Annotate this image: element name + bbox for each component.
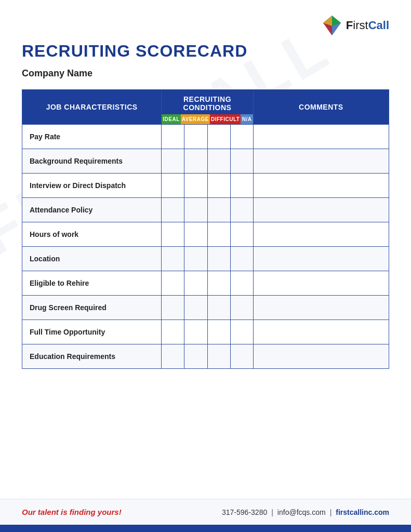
td-recruiting [162,247,254,271]
page: FIRSTCALL FirstCall RECRUITING SCORECARD [0,0,411,532]
rec-cell-difficult[interactable] [207,222,230,246]
rec-cell-difficult[interactable] [207,149,230,173]
rec-cell-na[interactable] [230,344,253,368]
td-recruiting [162,320,254,344]
recruiting-sub-headers: Ideal Average Difficult N/A [162,114,253,124]
rec-cell-ideal[interactable] [162,174,184,197]
footer-bottom-bar [0,525,411,532]
recruiting-cells [162,296,253,320]
rec-cell-average[interactable] [184,222,207,246]
rec-cell-difficult[interactable] [207,344,230,368]
recruiting-cells [162,149,253,173]
td-recruiting [162,344,254,369]
td-comments[interactable] [253,320,389,344]
scorecard-table: JOB CHARACTERISTICS RECRUITING CONDITION… [22,89,389,369]
rec-cell-average[interactable] [184,296,207,320]
rec-cell-na[interactable] [230,320,253,344]
rec-cell-average[interactable] [184,247,207,271]
table-body: Pay RateBackground RequirementsInterview… [22,125,389,369]
rec-cell-ideal[interactable] [162,247,184,271]
td-comments[interactable] [253,125,389,149]
recruiting-cells [162,174,253,197]
rec-cell-ideal[interactable] [162,125,184,149]
rec-cell-difficult[interactable] [207,198,230,222]
rec-cell-na[interactable] [230,247,253,271]
td-recruiting [162,125,254,149]
rec-cell-average[interactable] [184,344,207,368]
footer: Our talent is finding yours! 317-596-328… [0,499,411,525]
table-row: Full Time Opportunity [22,320,389,344]
table-row: Education Requirements [22,344,389,369]
recruiting-header-label: RECRUITING CONDITIONS [162,90,253,114]
td-comments[interactable] [253,222,389,247]
rec-cell-difficult[interactable] [207,247,230,271]
rec-cell-ideal[interactable] [162,149,184,173]
td-recruiting [162,198,254,222]
rec-cell-na[interactable] [230,198,253,222]
td-comments[interactable] [253,174,389,198]
td-characteristic: Eligible to Rehire [22,271,162,296]
rec-cell-difficult[interactable] [207,320,230,344]
rec-cell-na[interactable] [230,222,253,246]
rec-cell-average[interactable] [184,198,207,222]
rec-cell-ideal[interactable] [162,198,184,222]
rec-cell-na[interactable] [230,125,253,149]
logo-text: FirstCall [346,19,389,32]
sub-header-na: N/A [241,114,253,124]
recruiting-cells [162,320,253,344]
header-logo: FirstCall [22,15,389,36]
rec-cell-difficult[interactable] [207,174,230,197]
rec-cell-na[interactable] [230,296,253,320]
td-comments[interactable] [253,271,389,296]
footer-divider-1: | [271,508,273,516]
rec-cell-ideal[interactable] [162,271,184,295]
rec-cell-difficult[interactable] [207,125,230,149]
page-title: RECRUITING SCORECARD [22,42,389,61]
td-comments[interactable] [253,247,389,271]
logo-gem-icon [321,15,343,36]
td-characteristic: Education Requirements [22,344,162,369]
rec-cell-average[interactable] [184,125,207,149]
rec-cell-ideal[interactable] [162,344,184,368]
td-comments[interactable] [253,149,389,174]
recruiting-cells [162,247,253,271]
col-header-job-char: JOB CHARACTERISTICS [22,90,162,125]
rec-cell-na[interactable] [230,149,253,173]
recruiting-cells [162,271,253,295]
rec-cell-na[interactable] [230,271,253,295]
rec-cell-ideal[interactable] [162,296,184,320]
recruiting-cells [162,344,253,368]
rec-cell-average[interactable] [184,320,207,344]
td-characteristic: Hours of work [22,222,162,247]
rec-cell-difficult[interactable] [207,296,230,320]
td-recruiting [162,222,254,247]
table-row: Attendance Policy [22,198,389,222]
td-comments[interactable] [253,296,389,320]
rec-cell-na[interactable] [230,174,253,197]
table-row: Interview or Direct Dispatch [22,174,389,198]
footer-email: info@fcqs.com [277,508,326,516]
recruiting-cells [162,125,253,149]
table-header-row: JOB CHARACTERISTICS RECRUITING CONDITION… [22,90,389,125]
footer-tagline: Our talent is finding yours! [22,508,122,516]
rec-cell-difficult[interactable] [207,271,230,295]
td-recruiting [162,271,254,296]
footer-phone: 317-596-3280 [222,508,267,516]
td-comments[interactable] [253,344,389,369]
rec-cell-ideal[interactable] [162,222,184,246]
td-characteristic: Interview or Direct Dispatch [22,174,162,198]
table-row: Eligible to Rehire [22,271,389,296]
rec-cell-ideal[interactable] [162,320,184,344]
td-recruiting [162,296,254,320]
td-recruiting [162,174,254,198]
rec-cell-average[interactable] [184,174,207,197]
table-row: Location [22,247,389,271]
td-recruiting [162,149,254,174]
col-header-recruiting: RECRUITING CONDITIONS Ideal Average Diff… [162,90,254,125]
footer-divider-2: | [330,508,332,516]
table-row: Hours of work [22,222,389,247]
sub-header-ideal: Ideal [162,114,181,124]
rec-cell-average[interactable] [184,271,207,295]
rec-cell-average[interactable] [184,149,207,173]
td-comments[interactable] [253,198,389,222]
